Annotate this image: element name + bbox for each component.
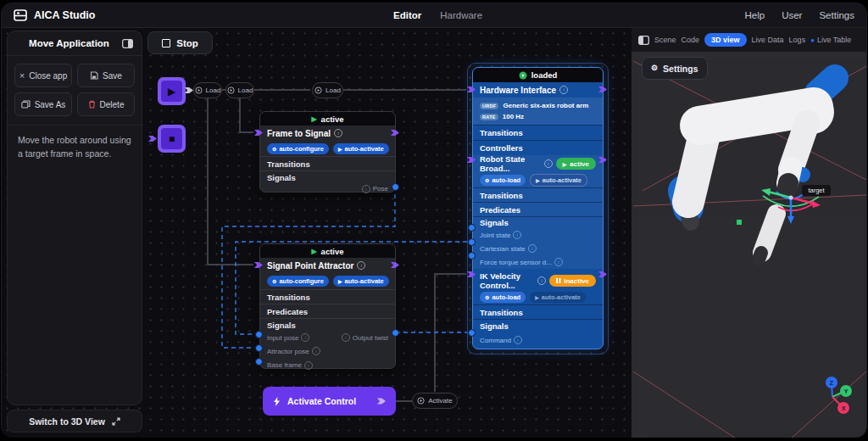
auto-load-badge[interactable]: ⚙ auto-load (480, 292, 526, 303)
load-event-pill-1[interactable]: Load (193, 82, 222, 98)
command-port[interactable] (468, 329, 476, 337)
output-twist-port[interactable] (392, 329, 399, 337)
predicates-section[interactable]: Predicates (473, 202, 603, 216)
settings-label: Settings (663, 64, 698, 74)
robot-state-broadcaster[interactable]: Robot State Broad... i ▶ active ⚙ auto-l… (473, 155, 603, 269)
stop-node[interactable]: ■ (158, 125, 186, 153)
auto-activate-badge[interactable]: ▶ auto-activate (530, 174, 587, 187)
rate-tag: RATE (480, 114, 498, 120)
auto-load-badge[interactable]: ⚙ auto-load (480, 175, 526, 186)
tab-logs[interactable]: Logs (789, 36, 806, 44)
activate-control-button[interactable]: Activate Control (263, 387, 396, 416)
cartesian-state-port[interactable] (468, 238, 476, 246)
axis-x-ball[interactable]: X (837, 402, 849, 414)
help-link[interactable]: Help (745, 10, 765, 20)
signals-section[interactable]: Signals (473, 216, 603, 228)
joint-state-port[interactable] (468, 224, 476, 232)
badge-label: auto-activate (345, 277, 384, 285)
active-status-pill[interactable]: ▶ active (556, 158, 596, 170)
load-label: Load (326, 87, 341, 94)
auto-configure-badge[interactable]: ⚙ auto-configure (267, 276, 329, 287)
activate-event-pill[interactable]: Activate (412, 393, 458, 409)
input-pose-port[interactable] (255, 331, 263, 338)
tab-3d-view[interactable]: 3D view (704, 33, 747, 47)
info-icon: i (312, 347, 320, 355)
tab-live-table[interactable]: ● Live Table (810, 36, 851, 44)
load-event-pill-2[interactable]: Load (225, 82, 254, 98)
application-title: Move Application (16, 38, 122, 48)
info-icon[interactable]: i (334, 129, 342, 137)
info-icon[interactable]: i (357, 261, 365, 270)
tab-editor[interactable]: Editor (393, 10, 421, 20)
rate-value: 100 Hz (503, 113, 524, 120)
transitions-section[interactable]: Transitions (473, 125, 603, 140)
app-brand: AICA Studio (14, 9, 95, 21)
top-bar: AICA Studio Editor Hardware Help User Se… (2, 3, 866, 28)
auto-activate-badge[interactable]: ▶ auto-activate (333, 276, 389, 287)
circle-play-icon (417, 397, 425, 405)
switch-to-3d-view-button[interactable]: Switch to 3D View (7, 410, 142, 433)
command-label: Command i (480, 336, 522, 344)
force-torque-port[interactable] (468, 252, 476, 260)
save-as-button[interactable]: Save As (14, 92, 72, 116)
collapse-panel-icon[interactable] (122, 39, 133, 48)
save-button[interactable]: Save (77, 64, 135, 87)
user-link[interactable]: User (782, 10, 802, 20)
signals-section[interactable]: Signals (260, 318, 395, 331)
start-node[interactable]: ▶ (158, 77, 186, 105)
signals-section[interactable]: Signals (473, 319, 603, 332)
info-icon: i (514, 336, 522, 344)
stop-icon (162, 39, 170, 47)
circle-play-icon (519, 71, 527, 80)
circle-play-icon (314, 87, 322, 94)
tab-code[interactable]: Code (682, 36, 700, 44)
tab-live-data[interactable]: Live Data (752, 36, 784, 44)
viewport-settings-button[interactable]: ⚙ Settings (642, 57, 708, 80)
transitions-section[interactable]: Transitions (260, 289, 395, 304)
transitions-section[interactable]: Transitions (260, 156, 395, 170)
base-frame-label: Base frame i (267, 361, 313, 370)
axis-z-ball[interactable]: Z (826, 377, 837, 388)
predicates-section[interactable]: Predicates (260, 304, 395, 318)
pose-signal-port[interactable] (392, 183, 399, 191)
close-icon: × (19, 70, 25, 81)
info-icon[interactable]: i (559, 86, 568, 94)
output-twist-label: i Output twist (342, 333, 388, 342)
collapse-panel-icon[interactable] (638, 36, 649, 45)
3d-viewport[interactable]: ⚙ Settings target Z Y X (632, 52, 866, 438)
close-app-button[interactable]: × Close app (14, 64, 72, 87)
play-icon: ▶ (311, 248, 316, 255)
auto-activate-badge[interactable]: ▶ auto-activate (530, 292, 586, 303)
controllers-section[interactable]: Controllers (473, 140, 603, 155)
transitions-section[interactable]: Transitions (473, 304, 603, 319)
application-sidebar: Move Application × Close app Save Save A… (7, 31, 142, 405)
info-icon: i (301, 333, 309, 342)
signals-section[interactable]: Signals (260, 170, 395, 183)
attractor-pose-port[interactable] (255, 344, 263, 352)
tab-hardware[interactable]: Hardware (440, 10, 482, 20)
auto-activate-badge[interactable]: ▶ auto-activate (333, 143, 389, 154)
ik-velocity-controller[interactable]: IK Velocity Control... i inactive ⚙ auto… (473, 269, 603, 349)
auto-configure-badge[interactable]: ⚙ auto-configure (267, 143, 329, 154)
frame-to-signal-node[interactable]: ▶ active Frame to Signal i ⚙ auto-config… (259, 111, 396, 193)
load-event-pill-3[interactable]: Load (312, 82, 343, 98)
application-description: Move the robot around using a target fra… (8, 125, 142, 170)
hardware-interface-node[interactable]: loaded Hardware Interface i URDF Generic… (472, 67, 604, 349)
badge-label: auto-activate (345, 145, 384, 153)
settings-link[interactable]: Settings (819, 10, 854, 20)
stop-button[interactable]: Stop (147, 31, 213, 54)
joint-state-label: Joint state i (480, 231, 521, 239)
live-dot-icon: ● (810, 36, 815, 44)
activate-output-port[interactable] (377, 398, 386, 405)
transitions-section[interactable]: Transitions (473, 187, 603, 202)
top-right-nav: Help User Settings (745, 10, 855, 20)
base-frame-port[interactable] (255, 358, 263, 366)
inactive-status-pill[interactable]: inactive (549, 275, 596, 287)
tab-scene[interactable]: Scene (654, 36, 676, 44)
target-frame-label[interactable]: target (802, 185, 831, 196)
input-pose-label: Input pose i (267, 333, 309, 342)
delete-button[interactable]: Delete (77, 92, 135, 116)
axis-y-ball[interactable]: Y (840, 385, 852, 397)
signal-point-attractor-node[interactable]: ▶ active Signal Point Attractor i ⚙ auto… (259, 243, 396, 369)
gear-icon: ⚙ (651, 64, 658, 72)
